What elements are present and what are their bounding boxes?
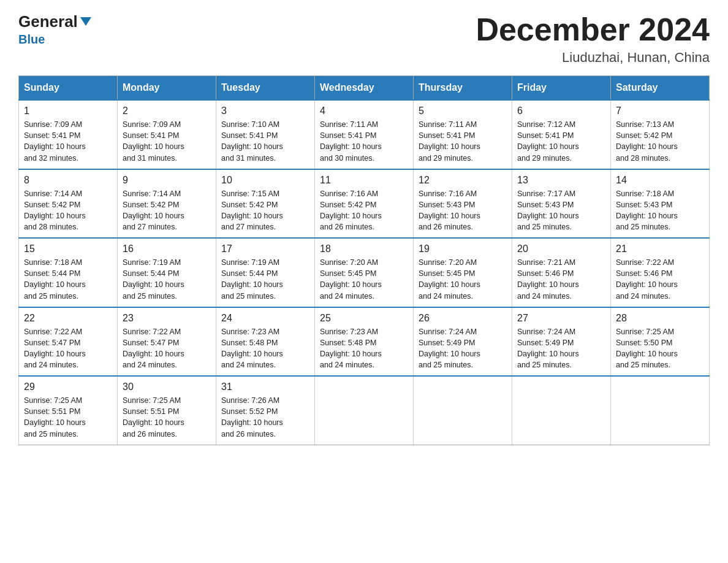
day-number: 18 (320, 243, 408, 255)
day-number: 4 (320, 105, 408, 117)
logo-mark: General (18, 12, 93, 31)
day-info: Sunrise: 7:14 AMSunset: 5:42 PMDaylight:… (24, 188, 112, 233)
header-monday: Monday (118, 76, 216, 101)
calendar-cell: 11Sunrise: 7:16 AMSunset: 5:42 PMDayligh… (315, 169, 414, 239)
calendar-title: December 2024 (476, 12, 710, 47)
header-friday: Friday (512, 76, 611, 101)
logo-general-text: General (18, 12, 78, 31)
calendar-cell: 10Sunrise: 7:15 AMSunset: 5:42 PMDayligh… (216, 169, 315, 239)
day-info: Sunrise: 7:16 AMSunset: 5:42 PMDaylight:… (320, 188, 408, 233)
day-info: Sunrise: 7:24 AMSunset: 5:49 PMDaylight:… (517, 326, 605, 371)
day-info: Sunrise: 7:26 AMSunset: 5:52 PMDaylight:… (221, 395, 309, 440)
calendar-cell (315, 376, 414, 445)
day-info: Sunrise: 7:20 AMSunset: 5:45 PMDaylight:… (419, 257, 507, 302)
calendar-table: SundayMondayTuesdayWednesdayThursdayFrid… (18, 75, 710, 445)
day-info: Sunrise: 7:11 AMSunset: 5:41 PMDaylight:… (320, 119, 408, 164)
calendar-cell: 28Sunrise: 7:25 AMSunset: 5:50 PMDayligh… (611, 307, 710, 377)
logo: General Blue (18, 12, 93, 47)
day-number: 7 (616, 105, 704, 117)
day-number: 3 (221, 105, 309, 117)
week-row-4: 22Sunrise: 7:22 AMSunset: 5:47 PMDayligh… (19, 307, 710, 377)
header-saturday: Saturday (611, 76, 710, 101)
day-number: 20 (517, 243, 605, 255)
day-info: Sunrise: 7:22 AMSunset: 5:47 PMDaylight:… (123, 326, 211, 371)
day-number: 14 (616, 175, 704, 186)
day-info: Sunrise: 7:25 AMSunset: 5:50 PMDaylight:… (616, 326, 704, 371)
page-header: General Blue December 2024 Liuduzhai, Hu… (18, 12, 710, 66)
day-number: 12 (419, 175, 507, 186)
calendar-cell: 13Sunrise: 7:17 AMSunset: 5:43 PMDayligh… (512, 169, 611, 239)
day-info: Sunrise: 7:20 AMSunset: 5:45 PMDaylight:… (320, 257, 408, 302)
day-info: Sunrise: 7:19 AMSunset: 5:44 PMDaylight:… (221, 257, 309, 302)
day-number: 6 (517, 105, 605, 117)
calendar-title-area: December 2024 Liuduzhai, Hunan, China (476, 12, 710, 66)
svg-marker-0 (80, 17, 91, 26)
calendar-cell: 22Sunrise: 7:22 AMSunset: 5:47 PMDayligh… (19, 307, 118, 377)
calendar-cell: 6Sunrise: 7:12 AMSunset: 5:41 PMDaylight… (512, 100, 611, 169)
calendar-cell: 16Sunrise: 7:19 AMSunset: 5:44 PMDayligh… (118, 238, 216, 307)
calendar-cell: 12Sunrise: 7:16 AMSunset: 5:43 PMDayligh… (414, 169, 512, 239)
calendar-cell: 25Sunrise: 7:23 AMSunset: 5:48 PMDayligh… (315, 307, 414, 377)
week-row-5: 29Sunrise: 7:25 AMSunset: 5:51 PMDayligh… (19, 376, 710, 445)
day-info: Sunrise: 7:09 AMSunset: 5:41 PMDaylight:… (123, 119, 211, 164)
header-thursday: Thursday (414, 76, 512, 101)
day-number: 9 (123, 175, 211, 186)
calendar-cell (611, 376, 710, 445)
logo-arrow-icon (79, 15, 93, 28)
calendar-cell: 19Sunrise: 7:20 AMSunset: 5:45 PMDayligh… (414, 238, 512, 307)
day-info: Sunrise: 7:18 AMSunset: 5:44 PMDaylight:… (24, 257, 112, 302)
day-info: Sunrise: 7:22 AMSunset: 5:46 PMDaylight:… (616, 257, 704, 302)
calendar-cell: 1Sunrise: 7:09 AMSunset: 5:41 PMDaylight… (19, 100, 118, 169)
day-info: Sunrise: 7:19 AMSunset: 5:44 PMDaylight:… (123, 257, 211, 302)
day-number: 22 (24, 313, 112, 324)
day-info: Sunrise: 7:17 AMSunset: 5:43 PMDaylight:… (517, 188, 605, 233)
calendar-cell: 5Sunrise: 7:11 AMSunset: 5:41 PMDaylight… (414, 100, 512, 169)
day-number: 24 (221, 313, 309, 324)
calendar-cell: 3Sunrise: 7:10 AMSunset: 5:41 PMDaylight… (216, 100, 315, 169)
day-info: Sunrise: 7:10 AMSunset: 5:41 PMDaylight:… (221, 119, 309, 164)
day-info: Sunrise: 7:12 AMSunset: 5:41 PMDaylight:… (517, 119, 605, 164)
day-info: Sunrise: 7:11 AMSunset: 5:41 PMDaylight:… (419, 119, 507, 164)
header-sunday: Sunday (19, 76, 118, 101)
calendar-cell: 24Sunrise: 7:23 AMSunset: 5:48 PMDayligh… (216, 307, 315, 377)
calendar-cell: 8Sunrise: 7:14 AMSunset: 5:42 PMDaylight… (19, 169, 118, 239)
day-info: Sunrise: 7:23 AMSunset: 5:48 PMDaylight:… (221, 326, 309, 371)
calendar-cell: 18Sunrise: 7:20 AMSunset: 5:45 PMDayligh… (315, 238, 414, 307)
calendar-cell: 9Sunrise: 7:14 AMSunset: 5:42 PMDaylight… (118, 169, 216, 239)
day-number: 16 (123, 243, 211, 255)
calendar-cell (414, 376, 512, 445)
calendar-cell: 23Sunrise: 7:22 AMSunset: 5:47 PMDayligh… (118, 307, 216, 377)
day-info: Sunrise: 7:13 AMSunset: 5:42 PMDaylight:… (616, 119, 704, 164)
calendar-cell: 21Sunrise: 7:22 AMSunset: 5:46 PMDayligh… (611, 238, 710, 307)
day-number: 13 (517, 175, 605, 186)
day-number: 8 (24, 175, 112, 186)
day-number: 17 (221, 243, 309, 255)
day-number: 25 (320, 313, 408, 324)
calendar-cell: 14Sunrise: 7:18 AMSunset: 5:43 PMDayligh… (611, 169, 710, 239)
calendar-cell: 29Sunrise: 7:25 AMSunset: 5:51 PMDayligh… (19, 376, 118, 445)
day-number: 10 (221, 175, 309, 186)
day-info: Sunrise: 7:09 AMSunset: 5:41 PMDaylight:… (24, 119, 112, 164)
day-number: 29 (24, 381, 112, 393)
day-info: Sunrise: 7:25 AMSunset: 5:51 PMDaylight:… (123, 395, 211, 440)
calendar-cell (512, 376, 611, 445)
calendar-cell: 4Sunrise: 7:11 AMSunset: 5:41 PMDaylight… (315, 100, 414, 169)
header-tuesday: Tuesday (216, 76, 315, 101)
day-number: 2 (123, 105, 211, 117)
week-row-1: 1Sunrise: 7:09 AMSunset: 5:41 PMDaylight… (19, 100, 710, 169)
calendar-cell: 26Sunrise: 7:24 AMSunset: 5:49 PMDayligh… (414, 307, 512, 377)
day-info: Sunrise: 7:21 AMSunset: 5:46 PMDaylight:… (517, 257, 605, 302)
day-info: Sunrise: 7:23 AMSunset: 5:48 PMDaylight:… (320, 326, 408, 371)
day-info: Sunrise: 7:24 AMSunset: 5:49 PMDaylight:… (419, 326, 507, 371)
day-number: 26 (419, 313, 507, 324)
day-number: 28 (616, 313, 704, 324)
calendar-cell: 30Sunrise: 7:25 AMSunset: 5:51 PMDayligh… (118, 376, 216, 445)
calendar-cell: 17Sunrise: 7:19 AMSunset: 5:44 PMDayligh… (216, 238, 315, 307)
calendar-cell: 31Sunrise: 7:26 AMSunset: 5:52 PMDayligh… (216, 376, 315, 445)
week-row-3: 15Sunrise: 7:18 AMSunset: 5:44 PMDayligh… (19, 238, 710, 307)
logo-blue-text: Blue (18, 33, 45, 47)
day-info: Sunrise: 7:18 AMSunset: 5:43 PMDaylight:… (616, 188, 704, 233)
day-number: 5 (419, 105, 507, 117)
day-info: Sunrise: 7:15 AMSunset: 5:42 PMDaylight:… (221, 188, 309, 233)
calendar-header-row: SundayMondayTuesdayWednesdayThursdayFrid… (19, 76, 710, 101)
